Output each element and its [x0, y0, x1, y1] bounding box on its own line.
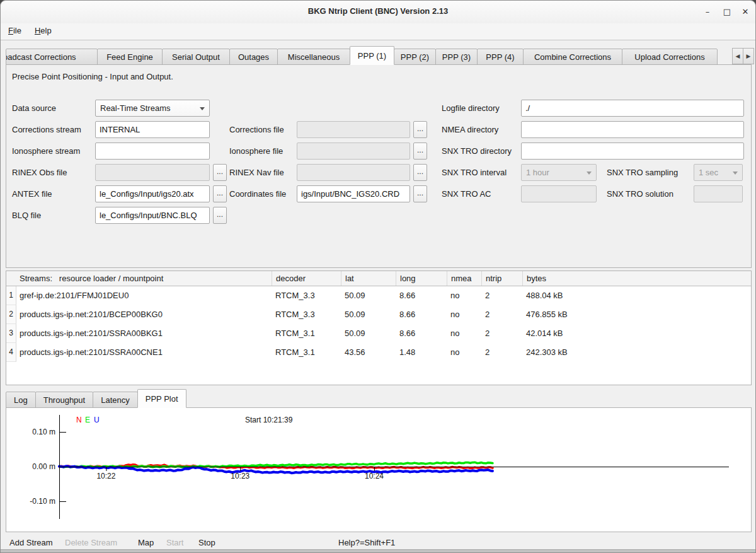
coordinates-file-label: Coordinates file	[229, 185, 286, 202]
cell-decoder: RTCM_3.3	[272, 305, 341, 324]
tab-ppp-3[interactable]: PPP (3)	[435, 49, 478, 65]
snx-tro-directory-label: SNX TRO directory	[442, 143, 512, 160]
bottom-tab-bar: LogThroughputLatencyPPP Plot	[6, 389, 186, 408]
ionosphere-file-input	[297, 143, 410, 160]
blq-file-label: BLQ file	[12, 207, 41, 224]
logfile-directory-input[interactable]	[521, 100, 744, 117]
tab-feed-engine[interactable]: Feed Engine	[97, 49, 163, 65]
antex-file-input[interactable]	[95, 185, 210, 202]
cell-bytes: 242.303 kB	[523, 343, 751, 362]
cell-ntrip: 2	[482, 324, 523, 343]
stop-button[interactable]: Stop	[198, 536, 215, 550]
cell-decoder: RTCM_3.1	[272, 324, 341, 343]
tab-serial-output[interactable]: Serial Output	[162, 49, 230, 65]
table-row[interactable]: 1gref-ip.de:2101/FFMJ01DEU0RTCM_3.350.09…	[6, 286, 751, 305]
cell-lat: 50.09	[341, 305, 396, 324]
table-row[interactable]: 3products.igs-ip.net:2101/SSRA00BKG1RTCM…	[6, 324, 751, 343]
cell-ntrip: 2	[482, 343, 523, 362]
column-header-streams[interactable]: Streams: resource loader / mountpoint	[6, 271, 272, 286]
tab-ppp-1[interactable]: PPP (1)	[350, 46, 394, 65]
snx-tro-interval-select: 1 hour	[521, 164, 597, 181]
rinex-obs-file-label: RINEX Obs file	[12, 164, 67, 181]
tab-throughput[interactable]: Throughput	[35, 392, 94, 408]
help-shortcut-text: Help?=Shift+F1	[338, 536, 395, 550]
ionosphere-stream-input[interactable]	[95, 143, 210, 160]
ionosphere-stream-label: Ionosphere stream	[12, 143, 80, 160]
ionosphere-file-label: Ionosphere file	[229, 143, 283, 160]
data-source-select[interactable]: Real-Time Streams	[95, 100, 210, 117]
cell-nmea: no	[447, 286, 482, 305]
column-header-bytes[interactable]: bytes	[523, 271, 751, 286]
minimize-icon[interactable]: –	[700, 5, 715, 19]
ionosphere-file-browse-button[interactable]: ...	[413, 143, 427, 160]
table-row[interactable]: 2products.igs-ip.net:2101/BCEP00BKG0RTCM…	[6, 305, 751, 324]
add-stream-button[interactable]: Add Stream	[9, 536, 53, 550]
coordinates-file-input[interactable]	[297, 185, 410, 202]
cell-long: 8.66	[396, 286, 447, 305]
snx-tro-ac-input	[521, 185, 597, 202]
maximize-icon[interactable]: □	[719, 5, 735, 19]
row-number: 1	[6, 286, 16, 305]
coordinates-browse-button[interactable]: ...	[413, 185, 427, 202]
pane-heading: Precise Point Positioning - Input and Ou…	[12, 68, 173, 85]
window-title: BKG Ntrip Client (BNC) Version 2.13	[1, 6, 755, 16]
cell-decoder: RTCM_3.3	[272, 286, 341, 305]
row-number: 3	[6, 324, 16, 343]
tab-latency[interactable]: Latency	[93, 392, 138, 408]
tab-log[interactable]: Log	[6, 392, 36, 408]
corrections-file-input	[297, 121, 410, 138]
column-header-decoder[interactable]: decoder	[272, 271, 341, 286]
data-source-value: Real-Time Streams	[100, 103, 170, 113]
tab-broadcast-corrections[interactable]: Broadcast Corrections	[6, 49, 98, 65]
data-source-label: Data source	[12, 100, 56, 117]
chevron-down-icon	[200, 107, 205, 110]
column-header-long[interactable]: long	[396, 271, 447, 286]
tab-ppp-4[interactable]: PPP (4)	[477, 49, 524, 65]
row-number: 4	[6, 343, 16, 362]
svg-text:10:23: 10:23	[231, 472, 249, 480]
close-icon[interactable]: ✕	[738, 5, 753, 19]
tab-scroll-left-icon[interactable]: ◀	[732, 48, 743, 64]
column-header-lat[interactable]: lat	[341, 271, 396, 286]
column-header-ntrip[interactable]: ntrip	[482, 271, 523, 286]
blq-file-input[interactable]	[95, 207, 210, 224]
streams-table-header: Streams: resource loader / mountpointdec…	[6, 271, 751, 286]
cell-nmea: no	[447, 324, 482, 343]
cell-lat: 50.09	[341, 324, 396, 343]
menu-item-help[interactable]: Help	[29, 23, 57, 38]
cell-nmea: no	[447, 305, 482, 324]
tab-combine-corrections[interactable]: Combine Corrections	[523, 49, 622, 65]
nmea-directory-label: NMEA directory	[442, 121, 498, 138]
chevron-down-icon	[587, 172, 592, 175]
table-row[interactable]: 4products.igs-ip.net:2101/SSRA00CNE1RTCM…	[6, 343, 751, 362]
tab-scroll-right-icon[interactable]: ▶	[743, 48, 754, 64]
tab-upload-corrections[interactable]: Upload Corrections	[622, 49, 718, 65]
tab-scroll-buttons: ◀ ▶	[733, 48, 754, 64]
tab-ppp-plot[interactable]: PPP Plot	[137, 389, 186, 408]
antex-browse-button[interactable]: ...	[213, 185, 227, 202]
logfile-directory-label: Logfile directory	[442, 100, 500, 117]
cell-lat: 50.09	[341, 286, 396, 305]
svg-text:-0.10 m: -0.10 m	[30, 497, 55, 506]
streams-table: Streams: resource loader / mountpointdec…	[6, 271, 752, 385]
ppp-plot-chart: 0.10 m0.00 m-0.10 m10:2210:2310:24NEUSta…	[6, 407, 752, 532]
rinex-obs-file-input	[95, 164, 210, 181]
cell-long: 1.48	[396, 343, 447, 362]
start-button: Start	[166, 536, 183, 550]
tab-miscellaneous[interactable]: Miscellaneous	[277, 49, 350, 65]
rinex-nav-browse-button[interactable]: ...	[413, 164, 427, 181]
tab-ppp-2[interactable]: PPP (2)	[394, 49, 436, 65]
corrections-stream-input[interactable]	[95, 121, 210, 138]
tab-outages[interactable]: Outages	[229, 49, 278, 65]
nmea-directory-input[interactable]	[521, 121, 744, 138]
menu-item-file[interactable]: File	[3, 23, 27, 38]
snx-tro-sampling-select: 1 sec	[694, 164, 743, 181]
blq-browse-button[interactable]: ...	[213, 207, 227, 224]
snx-tro-directory-input[interactable]	[521, 143, 744, 160]
rinex-obs-browse-button[interactable]: ...	[213, 164, 227, 181]
menu-bar: FileHelp	[1, 23, 755, 40]
corrections-file-browse-button[interactable]: ...	[413, 121, 427, 138]
cell-mountpoint: products.igs-ip.net:2101/SSRA00BKG1	[16, 324, 272, 343]
column-header-nmea[interactable]: nmea	[447, 271, 482, 286]
map-button[interactable]: Map	[138, 536, 154, 550]
